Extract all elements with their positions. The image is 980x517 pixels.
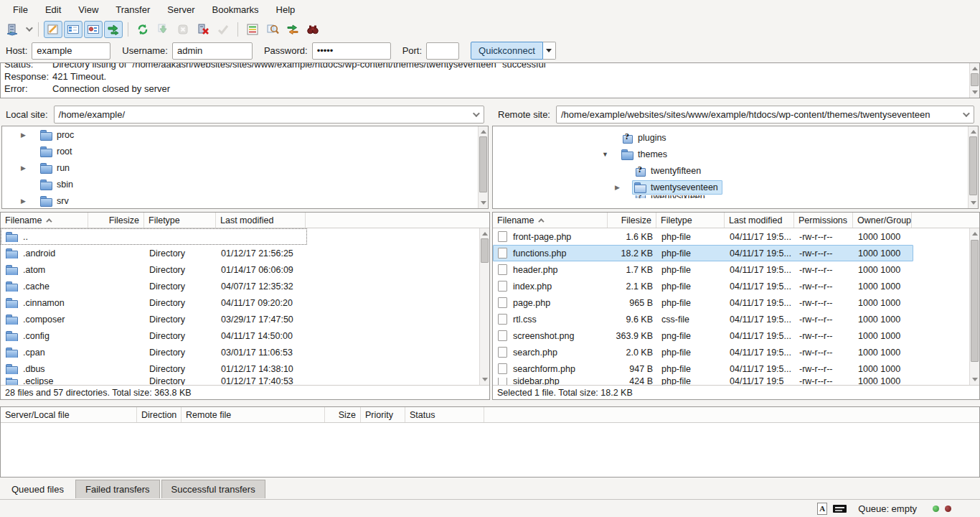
site-manager-dropdown[interactable] <box>23 21 33 38</box>
tree-row[interactable]: root <box>2 143 488 159</box>
column-header-filename[interactable]: Filename <box>493 213 608 228</box>
scroll-thumb[interactable] <box>479 136 487 192</box>
tree-row[interactable]: themes <box>493 146 978 162</box>
column-header-priority[interactable]: Priority <box>361 407 405 422</box>
file-row[interactable]: header.php 1.7 KB php-file 04/11/17 19:5… <box>493 261 913 278</box>
column-header-permissions[interactable]: Permissions <box>794 213 853 228</box>
scroll-up-icon[interactable] <box>972 67 978 70</box>
cancel-button[interactable] <box>174 21 192 38</box>
scroll-up-icon[interactable] <box>482 232 488 236</box>
file-row[interactable]: search.php 2.0 KB php-file 04/11/17 19:5… <box>493 344 913 360</box>
tree-row[interactable]: run <box>2 159 488 176</box>
data-type-indicator-icon[interactable]: A <box>817 503 827 515</box>
file-row[interactable]: index.php 2.1 KB php-file 04/11/17 19:5.… <box>493 278 913 294</box>
tree-expander-icon[interactable] <box>602 151 619 158</box>
tree-node[interactable]: twentysixteen <box>632 195 710 198</box>
port-input[interactable] <box>426 42 459 60</box>
file-row[interactable]: .android Directory 01/12/17 21:56:25 <box>1 245 307 261</box>
tree-row[interactable]: twentysixteen <box>493 195 978 198</box>
file-row[interactable]: functions.php 18.2 KB php-file 04/11/17 … <box>493 245 913 261</box>
menu-item[interactable]: Help <box>269 1 303 18</box>
scroll-up-icon[interactable] <box>481 130 486 134</box>
menu-item[interactable]: Bookmarks <box>205 1 266 18</box>
column-header-filesize[interactable]: Filesize <box>608 213 656 228</box>
synchronized-browsing-button[interactable] <box>283 21 302 38</box>
scroll-up-icon[interactable] <box>971 130 976 134</box>
file-row[interactable]: front-page.php 1.6 KB php-file 04/11/17 … <box>493 228 913 245</box>
log-scrollbar[interactable] <box>969 63 979 98</box>
toggle-transfer-queue-button[interactable] <box>104 21 123 38</box>
scroll-thumb[interactable] <box>971 240 979 362</box>
tree-row[interactable]: twentyfifteen <box>493 162 978 179</box>
scroll-down-icon[interactable] <box>481 201 486 205</box>
tree-node[interactable]: run <box>38 161 74 175</box>
scroll-thumb[interactable] <box>481 238 489 263</box>
directory-comparison-button[interactable] <box>263 21 282 38</box>
queue-tab[interactable]: Successful transfers <box>161 480 265 498</box>
menu-item[interactable]: Server <box>160 1 202 18</box>
tree-node[interactable]: srv <box>38 194 73 208</box>
remote-site-combo[interactable]: /home/example/websites/sites/www/example… <box>556 106 974 124</box>
remote-list-scrollbar[interactable] <box>969 228 979 385</box>
tree-expander-icon[interactable] <box>615 184 632 191</box>
tree-node[interactable]: themes <box>619 147 672 162</box>
file-row[interactable]: rtl.css 9.6 KB css-file 04/11/17 19:5...… <box>493 311 913 327</box>
queue-tab[interactable]: Queued files <box>1 480 74 498</box>
username-input[interactable] <box>172 42 253 60</box>
tree-row[interactable]: plugins <box>493 129 978 146</box>
local-tree-scrollbar[interactable] <box>478 126 488 208</box>
file-row[interactable]: .composer Directory 03/29/17 17:47:50 <box>1 311 307 327</box>
process-queue-button[interactable] <box>154 21 172 38</box>
scroll-down-icon[interactable] <box>972 378 978 381</box>
refresh-button[interactable] <box>133 21 152 38</box>
scroll-thumb[interactable] <box>971 73 979 86</box>
tree-expander-icon[interactable] <box>21 131 38 139</box>
tree-node[interactable]: twentyfifteen <box>632 164 705 178</box>
find-files-button[interactable] <box>303 21 322 38</box>
tree-expander-icon[interactable] <box>21 197 38 205</box>
column-header-filesize[interactable]: Filesize <box>88 213 144 228</box>
local-list-scrollbar[interactable] <box>479 228 489 385</box>
tree-row[interactable]: srv <box>2 192 488 209</box>
queue-tab[interactable]: Failed transfers <box>75 480 160 498</box>
toggle-remote-tree-button[interactable] <box>84 21 103 38</box>
quickconnect-button[interactable]: Quickconnect <box>471 42 543 60</box>
tree-node[interactable]: root <box>38 144 77 159</box>
toggle-message-log-button[interactable] <box>44 21 62 38</box>
column-header-direction[interactable]: Direction <box>137 407 182 422</box>
column-header-local-file[interactable]: Server/Local file <box>1 407 137 422</box>
file-row[interactable]: .cache Directory 04/07/17 12:35:32 <box>1 278 307 294</box>
column-header-status[interactable]: Status <box>405 407 484 422</box>
column-header-filename[interactable]: Filename <box>1 213 88 228</box>
menu-item[interactable]: Edit <box>38 1 68 18</box>
tree-row[interactable]: proc <box>2 126 488 143</box>
file-row[interactable]: .cpan Directory 03/01/17 11:06:53 <box>1 344 307 360</box>
scroll-down-icon[interactable] <box>971 201 976 205</box>
speed-limit-badge-icon[interactable] <box>833 505 847 513</box>
host-input[interactable] <box>32 42 110 60</box>
file-row[interactable]: screenshot.png 363.9 KB png-file 04/11/1… <box>493 327 913 344</box>
column-header-filetype[interactable]: Filetype <box>144 213 216 228</box>
reconnect-button[interactable] <box>214 21 232 38</box>
local-site-combo[interactable]: /home/example/ <box>54 106 484 124</box>
scroll-down-icon[interactable] <box>972 90 978 94</box>
tree-node[interactable]: twentyseventeen <box>632 180 722 195</box>
file-row[interactable]: .. <box>1 228 307 245</box>
column-header-modified[interactable]: Last modified <box>216 213 306 228</box>
menu-item[interactable]: View <box>71 1 105 18</box>
tree-node[interactable]: sbin <box>38 177 77 192</box>
file-row[interactable]: .config Directory 04/11/17 14:50:00 <box>1 327 307 344</box>
toggle-local-tree-button[interactable] <box>64 21 83 38</box>
filter-button[interactable] <box>243 21 262 38</box>
menu-item[interactable]: File <box>6 1 35 18</box>
password-input[interactable] <box>312 42 391 60</box>
scroll-up-icon[interactable] <box>972 232 978 236</box>
disconnect-button[interactable] <box>194 21 212 38</box>
tree-row[interactable]: sbin <box>2 176 488 192</box>
file-row[interactable]: page.php 965 B php-file 04/11/17 19:5...… <box>493 294 913 311</box>
file-row[interactable]: .dbus Directory 01/12/17 14:38:10 <box>1 360 307 377</box>
file-row[interactable]: sidebar.php 424 B php-file 04/11/17 19:5… <box>493 377 913 385</box>
column-header-size[interactable]: Size <box>325 407 361 422</box>
tree-expander-icon[interactable] <box>21 164 38 172</box>
quickconnect-dropdown[interactable] <box>543 42 556 60</box>
